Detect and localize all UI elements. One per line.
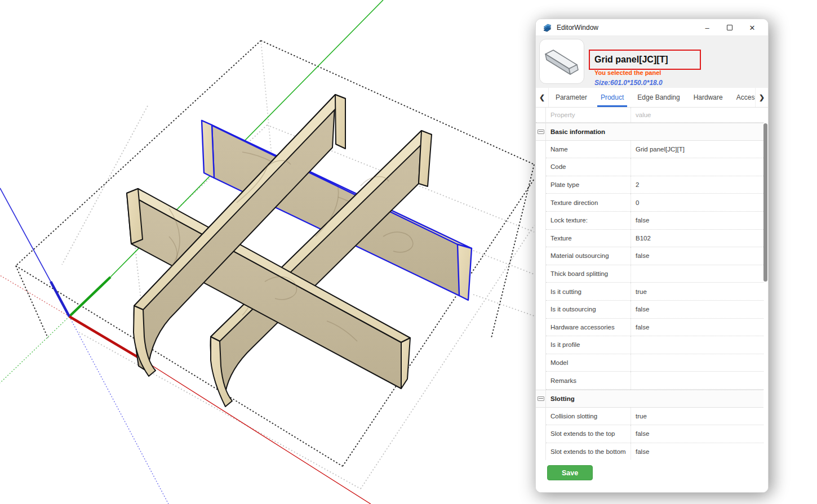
value-cell[interactable]: false bbox=[630, 301, 763, 319]
table-row: Material outsourcingfalse bbox=[536, 247, 763, 265]
property-cell: Material outsourcing bbox=[546, 247, 630, 265]
property-cell: Is it cutting bbox=[546, 283, 630, 301]
row-gutter bbox=[536, 212, 546, 230]
value-cell[interactable] bbox=[630, 265, 763, 283]
value-cell[interactable] bbox=[630, 158, 763, 176]
panel-selected-right-end bbox=[458, 244, 472, 300]
row-gutter bbox=[536, 141, 546, 159]
save-button[interactable]: Save bbox=[547, 465, 593, 480]
scrollbar-thumb[interactable] bbox=[763, 123, 767, 282]
collapse-icon[interactable] bbox=[538, 130, 544, 134]
tab-scroll-right-icon[interactable]: ❯ bbox=[755, 88, 768, 107]
row-gutter bbox=[536, 283, 546, 301]
tab-product[interactable]: Product bbox=[594, 88, 630, 107]
property-cell: Slot extends to the top bbox=[546, 425, 630, 443]
row-gutter bbox=[536, 443, 546, 461]
y-axis-green-thick bbox=[69, 277, 110, 316]
tab-accessories[interactable]: Accessories bbox=[730, 88, 755, 107]
property-cell: Code bbox=[546, 158, 630, 176]
table-row: Is it outsourcingfalse bbox=[536, 301, 763, 319]
table-row: Hardware accessoriesfalse bbox=[536, 319, 763, 337]
value-cell[interactable] bbox=[630, 372, 763, 390]
tab-strip: ParameterProductEdge BandingHardwareAcce… bbox=[549, 88, 755, 107]
row-gutter bbox=[536, 319, 546, 337]
table-row: NameGrid panel[JC][T] bbox=[536, 141, 763, 159]
value-cell[interactable]: false bbox=[630, 247, 763, 265]
row-gutter bbox=[536, 158, 546, 176]
panel-thumbnail bbox=[539, 39, 584, 84]
value-cell[interactable]: false bbox=[630, 319, 763, 337]
value-cell[interactable]: true bbox=[630, 283, 763, 301]
group-label: Slotting bbox=[546, 390, 763, 407]
value-cell[interactable] bbox=[630, 336, 763, 354]
tab-hardware[interactable]: Hardware bbox=[687, 88, 730, 107]
grid-header: Property value bbox=[536, 108, 763, 123]
value-cell[interactable]: false bbox=[630, 212, 763, 230]
value-cell[interactable]: false bbox=[630, 425, 763, 443]
row-gutter bbox=[536, 230, 546, 248]
panel-a2-right-end bbox=[401, 338, 410, 389]
property-cell: Remarks bbox=[546, 372, 630, 390]
group-row-slotting[interactable]: Slotting bbox=[536, 390, 763, 408]
row-gutter bbox=[536, 194, 546, 212]
value-cell[interactable]: 2 bbox=[630, 176, 763, 194]
property-cell: Plate type bbox=[546, 176, 630, 194]
table-row: Plate type2 bbox=[536, 176, 763, 194]
property-cell: Hardware accessories bbox=[546, 319, 630, 337]
property-cell: Is it profile bbox=[546, 336, 630, 354]
table-row: Collision slottingtrue bbox=[536, 408, 763, 426]
row-gutter bbox=[536, 354, 546, 372]
collapse-icon[interactable] bbox=[538, 396, 544, 401]
app-logo-icon bbox=[543, 23, 552, 32]
tab-edge-banding[interactable]: Edge Banding bbox=[630, 88, 686, 107]
panel-selected-left-end bbox=[202, 121, 214, 178]
table-row: Thick board splitting bbox=[536, 265, 763, 283]
value-cell[interactable]: true bbox=[630, 408, 763, 426]
property-cell: Lock texture: bbox=[546, 212, 630, 230]
property-grid: Property value Basic informationNameGrid… bbox=[536, 108, 763, 461]
screen: EditorWindow – ✕ Grid panel[JC][T] You s… bbox=[0, 0, 817, 504]
row-gutter bbox=[536, 408, 546, 426]
property-cell: Texture direction bbox=[546, 194, 630, 212]
property-cell: Model bbox=[546, 354, 630, 372]
table-row: TextureB102 bbox=[536, 230, 763, 248]
maximize-icon bbox=[727, 25, 732, 30]
grid-gutter bbox=[536, 108, 546, 122]
value-cell[interactable]: B102 bbox=[630, 230, 763, 248]
z-axis-blue bbox=[0, 188, 51, 282]
maximize-button[interactable] bbox=[718, 19, 741, 36]
viewport-3d[interactable] bbox=[0, 0, 535, 504]
titlebar[interactable]: EditorWindow – ✕ bbox=[536, 19, 768, 36]
row-gutter bbox=[536, 301, 546, 319]
property-cell: Name bbox=[546, 141, 630, 159]
group-row-basic-information[interactable]: Basic information bbox=[536, 123, 763, 141]
value-cell[interactable]: Grid panel[JC][T] bbox=[630, 141, 763, 159]
table-row: Is it profile bbox=[536, 336, 763, 354]
tab-bar: ❮ ParameterProductEdge BandingHardwareAc… bbox=[536, 88, 768, 108]
x-axis-red bbox=[151, 365, 371, 504]
panel-b1-tip-end bbox=[335, 95, 345, 149]
group-label: Basic information bbox=[546, 123, 763, 140]
window-title: EditorWindow bbox=[557, 24, 598, 32]
row-gutter bbox=[536, 372, 546, 390]
close-button[interactable]: ✕ bbox=[741, 19, 763, 36]
y-axis-negative-dotted bbox=[0, 316, 69, 383]
value-cell[interactable]: false bbox=[630, 443, 763, 461]
value-cell[interactable]: 0 bbox=[630, 194, 763, 212]
tab-scroll-left-icon[interactable]: ❮ bbox=[536, 88, 549, 107]
panel-b2-tip-end bbox=[419, 131, 432, 186]
table-row: Model bbox=[536, 354, 763, 372]
value-cell[interactable] bbox=[630, 354, 763, 372]
table-row: Lock texture:false bbox=[536, 212, 763, 230]
table-row: Texture direction0 bbox=[536, 194, 763, 212]
panel-size: Size:601.0*150.0*18.0 bbox=[594, 79, 663, 87]
minimize-button[interactable]: – bbox=[696, 19, 718, 36]
row-gutter bbox=[536, 176, 546, 194]
property-cell: Slot extends to the bottom bbox=[546, 443, 630, 461]
property-cell: Is it outsourcing bbox=[546, 301, 630, 319]
property-cell: Collision slotting bbox=[546, 408, 630, 426]
table-row: Is it cuttingtrue bbox=[536, 283, 763, 301]
tab-parameter[interactable]: Parameter bbox=[549, 88, 594, 107]
table-row: Code bbox=[536, 158, 763, 176]
table-row: Remarks bbox=[536, 372, 763, 390]
